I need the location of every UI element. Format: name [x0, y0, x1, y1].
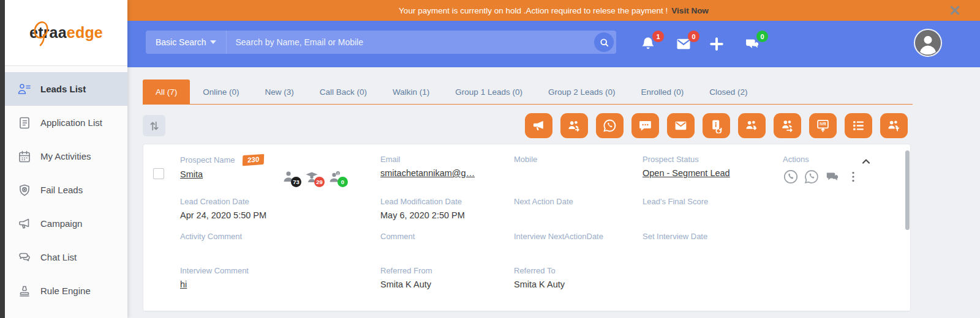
logo-text-orange: edge [67, 24, 103, 41]
sidebar-item-label: Rule Engine [40, 286, 91, 296]
prospect-name-value[interactable]: Smita [180, 169, 203, 179]
list-view-icon [851, 118, 866, 133]
collapse-chevron-up-icon[interactable] [860, 155, 872, 168]
list-view-button[interactable] [845, 113, 872, 138]
tab-new[interactable]: New (3) [252, 80, 307, 104]
notifications-button[interactable]: 1 [639, 35, 657, 53]
add-lead-button[interactable] [708, 35, 725, 53]
card-scrollbar[interactable] [905, 150, 910, 230]
megaphone-icon [531, 118, 546, 133]
contact-sync-button[interactable] [703, 113, 730, 138]
ivr-push-button[interactable]: IVR [809, 113, 837, 138]
mobile-label: Mobile [514, 155, 643, 164]
plus-icon [708, 35, 725, 53]
lead-checkbox[interactable] [153, 168, 164, 179]
chat-icon[interactable] [824, 169, 840, 185]
lead-tabs: All (7) Online (0) New (3) Call Back (0)… [143, 80, 913, 105]
leads-list-icon [17, 82, 32, 97]
lead-row-dates: Lead Creation Date Apr 24, 2020 5:50 PM … [143, 197, 910, 232]
lead-card: Prospect Name 230 Smita 73 29 [143, 144, 911, 312]
kebab-icon[interactable] [845, 169, 861, 185]
close-icon[interactable] [947, 2, 963, 18]
interview-comment-value[interactable]: hi [180, 279, 380, 289]
notifications-badge: 1 [652, 31, 664, 42]
final-score-label: Lead's Final Score [643, 197, 783, 206]
actions-label: Actions [783, 155, 910, 164]
banner-message: Your payment is currently on hold .Actio… [399, 6, 668, 15]
import-leads-button[interactable] [738, 113, 766, 138]
sidebar-item-label: Chat List [40, 252, 77, 262]
activity-comment-label: Activity Comment [180, 232, 380, 241]
chat-button[interactable]: 0 [744, 35, 761, 53]
sms-button[interactable] [631, 113, 659, 138]
tab-walkin[interactable]: Walkin (1) [380, 80, 442, 104]
tab-group-1-leads[interactable]: Group 1 Leads (0) [442, 80, 535, 104]
tab-all[interactable]: All (7) [143, 80, 190, 104]
sort-button[interactable] [143, 115, 165, 136]
chat-bubbles-icon [17, 250, 32, 265]
sidebar-item-application-list[interactable]: Application List [5, 106, 127, 139]
search-mode-label: Basic Search [156, 37, 206, 47]
contact-sync-icon [709, 118, 724, 133]
tab-online[interactable]: Online (0) [190, 80, 252, 104]
whatsapp-button[interactable] [596, 113, 624, 138]
prospect-status-label: Prospect Status [643, 155, 783, 164]
visit-now-link[interactable]: Visit Now [671, 6, 709, 15]
phone-icon[interactable] [783, 169, 799, 185]
info-count[interactable]: 0 [328, 169, 342, 184]
email-label: Email [380, 155, 514, 164]
lead-actions [783, 169, 910, 185]
next-action-date-label: Next Action Date [514, 197, 643, 206]
tab-closed[interactable]: Closed (2) [696, 80, 760, 104]
search-bar: Basic Search [146, 31, 616, 54]
chat-badge: 0 [756, 31, 768, 42]
users-filter-icon [886, 118, 902, 133]
sidebar-item-label: Leads List [40, 84, 86, 94]
tab-call-back[interactable]: Call Back (0) [307, 80, 380, 104]
sidebar-item-label: My Activities [40, 151, 91, 161]
prospect-status-value[interactable]: Open - Segment Lead [643, 168, 783, 178]
info-count-badge: 0 [337, 177, 348, 187]
sidebar-item-chat-list[interactable]: Chat List [5, 240, 127, 274]
activity-count-badge: 73 [291, 177, 301, 187]
filter-leads-button[interactable] [880, 113, 908, 138]
tab-group-2-leads[interactable]: Group 2 Leads (0) [535, 80, 628, 104]
transfer-leads-button[interactable] [774, 113, 801, 138]
referred-to-value: Smita K Auty [514, 279, 643, 289]
referred-to-label: Referred To [514, 266, 643, 275]
search-button[interactable] [594, 32, 614, 52]
tab-enrolled[interactable]: Enrolled (0) [628, 80, 696, 104]
svg-text:IVR: IVR [820, 122, 826, 126]
activity-count[interactable]: 73 [281, 169, 296, 184]
toolbar: IVR [143, 113, 908, 138]
campaign-button[interactable] [525, 113, 552, 138]
email-value[interactable]: smitachetannikam@g… [380, 168, 514, 178]
search-input[interactable] [227, 31, 594, 54]
share-leads-button[interactable] [560, 113, 588, 138]
avatar[interactable] [914, 29, 942, 57]
sidebar-item-label: Campaign [40, 218, 82, 229]
messages-button[interactable]: 0 [675, 35, 692, 53]
payment-banner: Your payment is currently on hold .Actio… [127, 0, 980, 21]
users-transfer-icon [780, 118, 795, 133]
top-header: Basic Search 1 0 0 [127, 21, 980, 67]
search-mode-dropdown[interactable]: Basic Search [146, 31, 227, 54]
creation-date-value: Apr 24, 2020 5:50 PM [180, 210, 380, 220]
users-download-icon [744, 118, 760, 133]
modification-date-value: May 6, 2020 2:50 PM [380, 210, 514, 220]
sidebar-item-leads-list[interactable]: Leads List [5, 72, 127, 106]
email-button[interactable] [667, 113, 695, 138]
whatsapp-icon[interactable] [804, 169, 820, 185]
sidebar-item-rule-engine[interactable]: Rule Engine [5, 274, 127, 308]
sidebar-item-fail-leads[interactable]: Fail Leads [5, 173, 127, 207]
sidebar-item-label: Fail Leads [40, 185, 83, 195]
application-list-icon [17, 116, 32, 130]
left-edge-strip [0, 0, 5, 318]
users-share-icon [567, 118, 582, 133]
education-count[interactable]: 29 [304, 169, 319, 184]
sidebar-item-my-activities[interactable]: My Activities [5, 139, 127, 173]
messages-badge: 0 [688, 31, 699, 42]
sidebar-item-campaign[interactable]: Campaign [5, 207, 127, 240]
chevron-down-icon [210, 40, 216, 44]
email-icon [673, 118, 688, 133]
